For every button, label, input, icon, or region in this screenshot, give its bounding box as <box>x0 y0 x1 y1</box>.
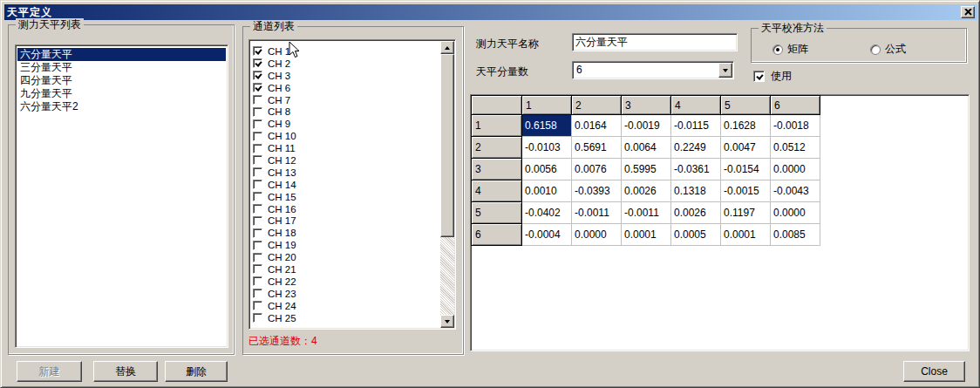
matrix-column-header[interactable]: 5 <box>721 96 771 115</box>
channel-checkbox[interactable] <box>253 253 262 262</box>
matrix-cell[interactable]: 0.6158 <box>522 115 572 137</box>
channel-item[interactable]: CH 6 <box>251 82 439 94</box>
channel-item[interactable]: CH 20 <box>251 251 439 263</box>
matrix-row-header[interactable]: 6 <box>472 224 522 246</box>
matrix-cell[interactable]: 0.0064 <box>622 137 671 159</box>
matrix-cell[interactable]: 0.0005 <box>671 224 721 246</box>
channel-item[interactable]: CH 9 <box>251 118 439 130</box>
channel-checkbox[interactable] <box>253 132 262 141</box>
component-count-combobox[interactable]: 6 <box>572 61 734 79</box>
channel-checkbox[interactable] <box>253 180 262 189</box>
channel-checkbox[interactable] <box>253 241 262 250</box>
matrix-cell[interactable]: 0.1318 <box>671 180 721 202</box>
matrix-cell[interactable]: -0.0402 <box>522 202 572 224</box>
channel-checkbox[interactable] <box>253 119 262 129</box>
channel-checkbox[interactable] <box>253 276 262 286</box>
channel-checkbox[interactable] <box>253 289 262 298</box>
list-item[interactable]: 三分量天平 <box>17 61 226 74</box>
close-window-button[interactable] <box>961 6 975 18</box>
scrollbar-thumb[interactable] <box>440 54 454 237</box>
matrix-column-header[interactable]: 6 <box>771 96 820 115</box>
matrix-cell[interactable]: -0.0011 <box>572 202 622 224</box>
channel-checklist[interactable]: CH 1CH 2CH 3CH 6CH 7CH 8CH 9CH 10CH 11CH… <box>248 39 456 330</box>
matrix-row-header[interactable]: 1 <box>472 115 522 137</box>
scroll-down-button[interactable] <box>440 315 454 328</box>
matrix-cell[interactable]: 0.5691 <box>572 137 622 159</box>
matrix-cell[interactable]: -0.0361 <box>671 159 721 180</box>
channel-checkbox[interactable] <box>253 228 262 238</box>
matrix-row-header[interactable]: 2 <box>472 137 522 159</box>
matrix-cell[interactable]: -0.0004 <box>522 224 572 246</box>
balance-name-input[interactable] <box>572 33 738 51</box>
channel-checkbox[interactable] <box>253 192 262 201</box>
new-button[interactable]: 新建 <box>17 361 82 382</box>
matrix-cell[interactable]: 0.5995 <box>622 159 671 180</box>
channel-item[interactable]: CH 25 <box>251 312 439 324</box>
matrix-cell[interactable]: -0.0015 <box>721 180 771 202</box>
use-checkbox[interactable] <box>753 71 765 82</box>
matrix-cell[interactable]: 0.0026 <box>671 202 721 224</box>
channel-checkbox[interactable] <box>253 144 262 153</box>
channel-checkbox[interactable] <box>253 216 262 226</box>
matrix-cell[interactable]: 0.0026 <box>622 180 671 202</box>
channel-item[interactable]: CH 7 <box>251 94 439 106</box>
channel-checkbox[interactable] <box>253 167 262 177</box>
channel-item[interactable]: CH 17 <box>251 214 439 227</box>
channel-item[interactable]: CH 23 <box>251 288 439 300</box>
matrix-cell[interactable]: 0.0001 <box>622 224 671 246</box>
matrix-cell[interactable]: -0.0154 <box>721 159 771 180</box>
channel-item[interactable]: CH 2 <box>251 58 439 70</box>
matrix-cell[interactable]: -0.0115 <box>671 115 721 137</box>
channel-checkbox[interactable] <box>253 301 262 310</box>
matrix-cell[interactable]: 0.0010 <box>522 180 572 202</box>
matrix-cell[interactable]: -0.0393 <box>572 180 622 202</box>
matrix-cell[interactable]: 0.0056 <box>522 159 572 180</box>
channel-checkbox[interactable] <box>253 155 262 165</box>
matrix-cell[interactable]: -0.0011 <box>622 202 671 224</box>
matrix-row-header[interactable]: 5 <box>472 202 522 224</box>
channel-checkbox[interactable] <box>253 46 262 56</box>
list-item[interactable]: 六分量天平2 <box>17 100 226 113</box>
channel-item[interactable]: CH 21 <box>251 263 439 276</box>
use-checkbox-row[interactable]: 使用 <box>753 69 792 84</box>
matrix-cell[interactable]: -0.0043 <box>771 180 820 202</box>
channel-checkbox[interactable] <box>253 71 262 80</box>
channel-checkbox[interactable] <box>253 107 262 117</box>
channel-item[interactable]: CH 16 <box>251 203 439 215</box>
radio-option-formula[interactable]: 公式 <box>870 42 906 57</box>
matrix-cell[interactable]: 0.0001 <box>721 224 771 246</box>
channel-checkbox[interactable] <box>253 204 262 214</box>
matrix-cell[interactable]: -0.0018 <box>771 115 820 137</box>
matrix-cell[interactable]: 0.0000 <box>572 224 622 246</box>
channel-item[interactable]: CH 3 <box>251 70 439 82</box>
matrix-cell[interactable]: 0.1628 <box>721 115 771 137</box>
matrix-cell[interactable]: -0.0103 <box>522 137 572 159</box>
list-item[interactable]: 九分量天平 <box>17 87 226 100</box>
list-item[interactable]: 六分量天平 <box>17 48 226 61</box>
channel-item[interactable]: CH 11 <box>251 142 439 154</box>
radio-button-matrix[interactable] <box>772 44 783 55</box>
channel-item[interactable]: CH 22 <box>251 276 439 288</box>
channel-item[interactable]: CH 24 <box>251 300 439 312</box>
channel-scrollbar[interactable] <box>440 41 454 328</box>
matrix-cell[interactable]: 0.2249 <box>671 137 721 159</box>
channel-checkbox[interactable] <box>253 264 262 274</box>
channel-item[interactable]: CH 8 <box>251 106 439 118</box>
channel-item[interactable]: CH 14 <box>251 179 439 191</box>
matrix-column-header[interactable]: 2 <box>572 96 622 115</box>
radio-button-formula[interactable] <box>870 44 881 55</box>
replace-button[interactable]: 替换 <box>93 361 158 382</box>
radio-option-matrix[interactable]: 矩阵 <box>772 42 808 57</box>
balance-list[interactable]: 六分量天平三分量天平四分量天平九分量天平六分量天平2 <box>15 44 228 348</box>
matrix-row-header[interactable]: 3 <box>472 159 522 180</box>
list-item[interactable]: 四分量天平 <box>17 74 226 87</box>
channel-item[interactable]: CH 10 <box>251 130 439 142</box>
channel-checkbox[interactable] <box>253 58 262 68</box>
matrix-row-header[interactable]: 4 <box>472 180 522 202</box>
matrix-cell[interactable]: 0.0000 <box>771 202 820 224</box>
matrix-column-header[interactable]: 1 <box>522 96 572 115</box>
channel-checkbox[interactable] <box>253 83 262 92</box>
channel-item[interactable]: CH 12 <box>251 154 439 167</box>
scroll-up-button[interactable] <box>440 41 454 54</box>
matrix-cell[interactable]: 0.0047 <box>721 137 771 159</box>
